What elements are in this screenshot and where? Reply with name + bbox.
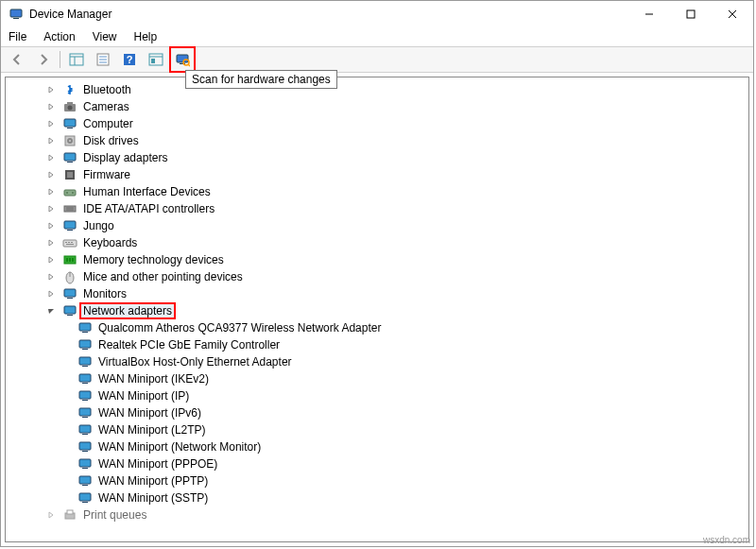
expander-icon[interactable]: [45, 118, 57, 129]
camera-icon: [62, 99, 77, 114]
svg-rect-60: [82, 349, 88, 350]
node-label: Qualcomm Atheros QCA9377 Wireless Networ…: [96, 321, 383, 335]
node-label: Print queues: [81, 508, 148, 522]
svg-rect-17: [151, 59, 155, 63]
device-tree-panel[interactable]: BluetoothCamerasComputerDisk drivesDispl…: [5, 77, 749, 542]
toolbar-divider: [60, 51, 60, 68]
menu-view[interactable]: View: [93, 30, 117, 43]
tree-node[interactable]: Keyboards: [6, 234, 748, 251]
tree-node[interactable]: Monitors: [6, 285, 748, 302]
node-label: WAN Miniport (L2TP): [96, 423, 208, 437]
network-icon: [77, 388, 93, 403]
tree-node[interactable]: Mice and other pointing devices: [6, 268, 748, 285]
minimize-button[interactable]: [628, 1, 670, 27]
title-text: Device Manager: [29, 8, 112, 21]
expander-icon[interactable]: [45, 101, 57, 112]
expander-icon[interactable]: [45, 220, 57, 232]
expander-icon[interactable]: [45, 254, 57, 266]
tree-node[interactable]: WAN Miniport (PPPOE): [6, 455, 748, 472]
show-hide-tree-button[interactable]: [66, 49, 87, 70]
tree-node[interactable]: WAN Miniport (IPv6): [6, 404, 748, 421]
node-label: Firmware: [81, 168, 132, 181]
svg-rect-30: [64, 153, 76, 161]
expander-icon[interactable]: [45, 186, 57, 197]
expander-icon[interactable]: [45, 288, 57, 300]
mouse-icon: [62, 269, 77, 284]
svg-rect-58: [82, 332, 88, 333]
node-label: Computer: [81, 117, 135, 130]
maximize-button[interactable]: [670, 1, 712, 27]
help-button[interactable]: ?: [119, 49, 140, 70]
tree-node[interactable]: WAN Miniport (IKEv2): [6, 370, 748, 387]
expander-icon[interactable]: [45, 135, 57, 146]
expander-icon[interactable]: [45, 271, 57, 283]
tree-node[interactable]: WAN Miniport (PPTP): [6, 472, 748, 489]
expander-spacer: [60, 424, 72, 436]
node-label: Cameras: [81, 100, 131, 113]
network-icon: [77, 439, 93, 455]
tree-node[interactable]: WAN Miniport (Network Monitor): [6, 438, 748, 455]
jungo-icon: [62, 218, 77, 233]
computer-icon: [62, 116, 77, 131]
tree-node[interactable]: Firmware: [6, 166, 748, 183]
scan-hardware-button[interactable]: [172, 49, 193, 70]
expander-icon[interactable]: [45, 509, 57, 521]
tree-node[interactable]: Cameras: [6, 98, 748, 115]
forward-button[interactable]: [33, 49, 54, 70]
svg-line-21: [188, 64, 190, 66]
menu-help[interactable]: Help: [134, 30, 158, 43]
tree-node[interactable]: Memory technology devices: [6, 251, 748, 268]
svg-rect-48: [66, 258, 68, 262]
expander-icon[interactable]: [45, 169, 57, 180]
tree-node[interactable]: Computer: [6, 115, 748, 132]
tree-node[interactable]: Bluetooth: [6, 81, 748, 98]
svg-point-29: [69, 140, 71, 142]
tree-node-network-adapters[interactable]: Network adapters: [6, 302, 748, 319]
tree-node[interactable]: Jungo: [6, 217, 748, 234]
network-icon: [77, 422, 93, 437]
tree-node[interactable]: WAN Miniport (SSTP): [6, 489, 748, 506]
menu-file[interactable]: File: [9, 30, 26, 43]
svg-text:?: ?: [127, 54, 133, 65]
network-icon: [77, 354, 93, 369]
bluetooth-icon: [62, 82, 77, 97]
expander-icon[interactable]: [45, 237, 57, 249]
node-label: WAN Miniport (PPPOE): [96, 457, 219, 471]
menu-bar: File Action View Help: [1, 27, 753, 46]
tree-node[interactable]: Qualcomm Atheros QCA9377 Wireless Networ…: [6, 319, 748, 336]
tree-node[interactable]: Display adapters: [6, 149, 748, 166]
tree-node[interactable]: Disk drives: [6, 132, 748, 149]
svg-rect-59: [79, 340, 91, 348]
expander-icon[interactable]: [45, 152, 57, 163]
action-button[interactable]: [146, 49, 166, 70]
properties-button[interactable]: [93, 49, 113, 70]
network-icon: [77, 337, 93, 352]
svg-rect-53: [64, 289, 76, 297]
tree-node[interactable]: Human Interface Devices: [6, 183, 748, 200]
expander-spacer: [60, 322, 72, 334]
tree-node[interactable]: Print queues: [6, 506, 748, 523]
tree-node[interactable]: WAN Miniport (L2TP): [6, 421, 748, 438]
network-icon: [77, 473, 93, 489]
monitor-icon: [62, 286, 77, 301]
expander-spacer: [60, 492, 72, 504]
expander-icon[interactable]: [45, 203, 57, 214]
menu-action[interactable]: Action: [43, 30, 75, 43]
svg-rect-78: [82, 502, 88, 503]
close-button[interactable]: [712, 1, 753, 27]
device-manager-window: Device Manager File Action View Help ? S…: [0, 0, 754, 547]
tree-node[interactable]: Realtek PCIe GbE Family Controller: [6, 336, 748, 353]
expander-icon[interactable]: [45, 305, 57, 317]
tree-node[interactable]: WAN Miniport (IP): [6, 387, 748, 404]
svg-rect-62: [82, 366, 88, 367]
expander-spacer: [60, 458, 72, 470]
tree-node[interactable]: IDE ATA/ATAPI controllers: [6, 200, 748, 217]
node-label: VirtualBox Host-Only Ethernet Adapter: [96, 355, 294, 369]
title-bar: Device Manager: [1, 1, 753, 27]
svg-rect-65: [79, 391, 91, 399]
back-button[interactable]: [7, 49, 27, 70]
watermark: wsxdn.com: [703, 535, 750, 545]
svg-rect-61: [79, 357, 91, 365]
expander-icon[interactable]: [45, 84, 57, 95]
tree-node[interactable]: VirtualBox Host-Only Ethernet Adapter: [6, 353, 748, 370]
